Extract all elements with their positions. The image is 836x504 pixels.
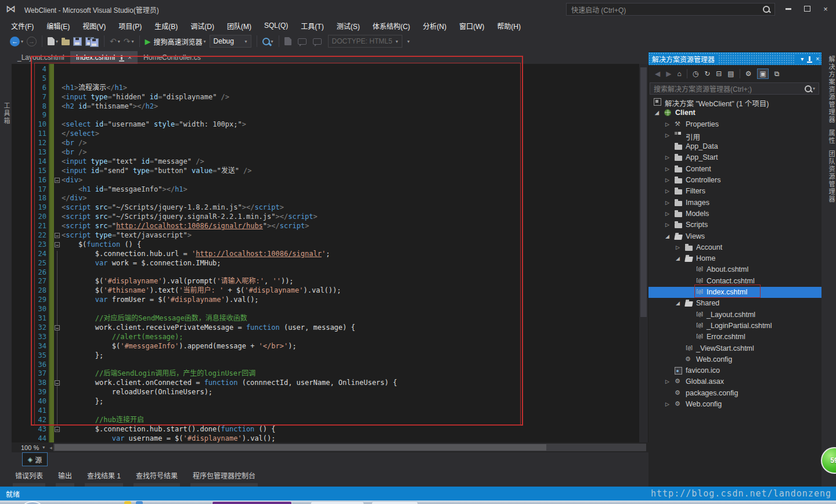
code-line[interactable]: 26 <box>12 268 648 278</box>
menu-item[interactable]: 调试(D) <box>184 19 221 33</box>
code-line[interactable]: 40 }; <box>12 397 648 406</box>
menu-item[interactable]: 分析(N) <box>416 19 453 33</box>
collapsed-arrow-icon[interactable]: ▷ <box>665 166 669 172</box>
menu-item[interactable]: 窗口(W) <box>453 19 491 33</box>
code-line[interactable]: 42 //hub连接开启 <box>12 416 648 425</box>
code-line[interactable]: 41 <box>12 406 648 416</box>
toolbar-overflow-button[interactable]: ▾ <box>408 39 410 44</box>
source-view-button[interactable]: ◈ 源 <box>22 452 48 466</box>
menu-item[interactable]: 工具(T) <box>294 19 330 33</box>
code-line[interactable]: 36 <box>12 361 648 370</box>
code-editor[interactable]: 456<h1>流程演示</h1>7<input type="hidden" id… <box>12 64 648 442</box>
chevron-down-icon[interactable]: ▾ <box>21 39 23 44</box>
code-line[interactable]: 17 <h1 id="messgaeInfo"></h1> <box>12 185 648 195</box>
vertical-tab-团队资源管理器[interactable]: 团队资源管理器 <box>827 150 836 203</box>
sync-icon[interactable]: ◷ <box>693 70 698 78</box>
home-icon[interactable]: ⌂ <box>677 70 681 78</box>
save-all-button[interactable] <box>85 34 99 48</box>
code-line[interactable]: 35 }; <box>12 351 648 361</box>
code-line[interactable]: 4 <box>12 65 648 74</box>
code-line[interactable]: 39 reloadUser(OnlineUsers); <box>12 388 648 397</box>
code-line[interactable]: 12<br /> <box>12 139 648 148</box>
code-line[interactable]: 25 var work = $.connection.IMHub; <box>12 259 648 268</box>
code-line[interactable]: 29 var fromUser = $('#displayname').val(… <box>12 296 648 305</box>
collapsed-arrow-icon[interactable]: ▷ <box>665 200 669 206</box>
windows-taskbar[interactable] <box>0 501 836 504</box>
tree-item-scripts[interactable]: ▷Scripts <box>648 219 821 231</box>
restore-button[interactable] <box>799 2 815 15</box>
bottom-tab-输出[interactable]: 输出 <box>55 468 75 487</box>
fold-collapse-icon[interactable]: − <box>55 325 60 330</box>
close-icon[interactable]: × <box>816 56 819 62</box>
fold-collapse-icon[interactable]: − <box>55 380 60 386</box>
tree-item-shared[interactable]: ◢Shared <box>648 298 821 309</box>
vertical-tab-属性[interactable]: 属性 <box>827 129 836 145</box>
code-line[interactable]: 27 $('#displayname').val(prompt('请输入昵称:'… <box>12 277 648 286</box>
collapsed-arrow-icon[interactable]: ▷ <box>665 222 669 228</box>
code-line[interactable]: 8<h2 id="thisname"></h2> <box>12 102 648 111</box>
tree-item-models[interactable]: ▷Models <box>648 208 821 219</box>
new-file-button[interactable]: ▾ <box>48 34 58 48</box>
code-line[interactable]: 19<script src="~/Scripts/jquery-1.8.2.mi… <box>12 203 648 213</box>
tree-item-index-cshtml[interactable]: [@]Index.cshtml <box>648 287 821 298</box>
tree-item-views[interactable]: ◢Views <box>648 231 821 242</box>
tree-item-_viewstart-cshtml[interactable]: [@]_ViewStart.cshtml <box>648 343 821 354</box>
menu-item[interactable]: 团队(M) <box>221 19 258 33</box>
code-line[interactable]: 18</div> <box>12 194 648 203</box>
code-line[interactable]: 30 <box>12 305 648 314</box>
code-line[interactable]: 43− $.connection.hub.start().done(functi… <box>12 425 648 434</box>
expanded-arrow-icon[interactable]: ◢ <box>676 300 680 306</box>
vertical-tab-解决方案资源管理器[interactable]: 解决方案资源管理器 <box>827 56 836 124</box>
save-button[interactable] <box>73 34 82 48</box>
code-line[interactable]: 10<select id="username" style="width: 10… <box>12 120 648 129</box>
code-line[interactable]: 37 //后端SendLogin调用后，产生的loginUser回调 <box>12 369 648 379</box>
uncomment-button[interactable] <box>310 34 322 48</box>
code-line[interactable]: 34 $('#messgaeInfo').append(message + '<… <box>12 342 648 351</box>
tree-item-_layout-cshtml[interactable]: [@]_Layout.cshtml <box>648 309 821 321</box>
navigate-forward-button[interactable]: → <box>27 34 37 48</box>
expanded-arrow-icon[interactable]: ◢ <box>676 255 680 261</box>
code-line[interactable]: 28 $('#thisname').text('当前用户: ' + $('#di… <box>12 286 648 296</box>
editor-horizontal-scrollbar[interactable] <box>53 444 646 451</box>
collapsed-arrow-icon[interactable]: ▷ <box>676 244 680 250</box>
collapse-all-icon[interactable]: ⊟ <box>716 70 722 78</box>
collapsed-arrow-icon[interactable]: ▷ <box>665 188 669 194</box>
code-line[interactable]: 22−<script type="text/javascript"> <box>12 231 648 240</box>
find-in-files-button[interactable]: ▾ <box>262 34 273 48</box>
taskbar-app-button[interactable] <box>212 501 292 504</box>
document-tab-index-cshtml[interactable]: Index.cshtml× <box>70 51 138 64</box>
code-line[interactable]: 33 //alert(message); <box>12 333 648 342</box>
refresh-icon[interactable]: ↻ <box>704 70 710 78</box>
pin-icon[interactable] <box>809 56 810 61</box>
menu-item[interactable]: 编辑(E) <box>40 19 76 33</box>
scroll-left-arrow[interactable]: ◂ <box>49 445 52 451</box>
tree-item-properties[interactable]: ▷⚒Properties <box>648 119 821 130</box>
bottom-tab-查找结果1[interactable]: 查找结果 1 <box>84 468 124 487</box>
collapsed-arrow-icon[interactable]: ▷ <box>665 379 669 384</box>
code-line[interactable]: 21<script src="http://localhost:10086/si… <box>12 222 648 231</box>
code-line[interactable]: 16−<div> <box>12 176 648 185</box>
menu-item[interactable]: 帮助(H) <box>491 19 527 33</box>
chevron-down-icon[interactable]: ▾ <box>132 39 134 44</box>
fold-collapse-icon[interactable]: − <box>55 178 60 183</box>
menu-item[interactable]: 生成(B) <box>148 19 184 33</box>
solution-search-input[interactable]: 搜索解决方案资源管理器(Ctrl+;) ▾ <box>650 82 819 95</box>
bottom-tab-程序包管理器控制台[interactable]: 程序包管理器控制台 <box>189 468 259 487</box>
collapsed-arrow-icon[interactable]: ▷ <box>665 132 669 138</box>
minimize-button[interactable] <box>780 2 797 15</box>
solution-configuration-dropdown[interactable]: Debug ▾ <box>210 35 251 48</box>
code-line[interactable]: 13<br /> <box>12 148 648 157</box>
tree-item-filters[interactable]: ▷Filters <box>648 186 821 197</box>
scrollbar-thumb[interactable] <box>55 444 547 451</box>
taskbar-app-button[interactable] <box>311 501 364 504</box>
code-line[interactable]: 15<input id="send" type="button" value="… <box>12 167 648 176</box>
undo-button[interactable]: ↶▾ <box>110 34 120 48</box>
search-icon[interactable] <box>763 6 770 13</box>
tree-item-app_data[interactable]: App_Data <box>648 141 821 152</box>
tree-item-about-cshtml[interactable]: [@]About.cshtml <box>648 264 821 275</box>
tree-item-client[interactable]: ◢Client <box>648 107 821 118</box>
start-debug-button[interactable]: ▶ 搜狗高速浏览器 ▾ <box>145 34 206 48</box>
expanded-arrow-icon[interactable]: ◢ <box>655 110 659 116</box>
code-line[interactable]: 44 var username = $('#displayname').val(… <box>12 434 648 442</box>
collapsed-arrow-icon[interactable]: ▷ <box>665 121 669 127</box>
